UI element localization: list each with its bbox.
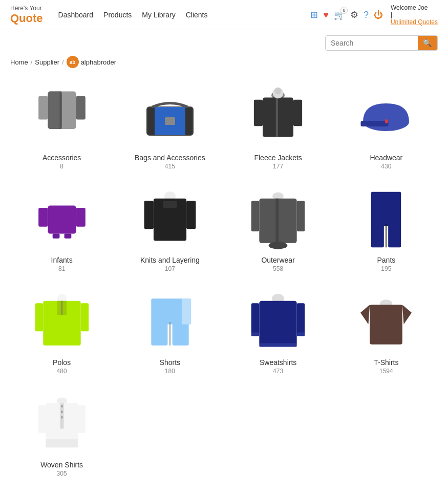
supplier-brand-icon: ab (67, 56, 79, 68)
svg-rect-53 (297, 303, 305, 334)
product-name: Outerwear (261, 256, 294, 264)
breadcrumb-home[interactable]: Home (10, 58, 28, 66)
svg-rect-55 (251, 332, 260, 336)
product-image (353, 84, 419, 151)
search-input[interactable] (326, 36, 418, 50)
svg-rect-27 (186, 201, 196, 229)
svg-rect-20 (38, 208, 48, 227)
product-name: Headwear (370, 154, 402, 162)
svg-rect-42 (80, 303, 89, 331)
pipe-separator: | (391, 11, 438, 18)
product-image (29, 84, 95, 151)
product-name: Sweatshirts (260, 358, 296, 367)
svg-rect-12 (293, 100, 302, 126)
svg-rect-22 (52, 234, 59, 239)
product-name: T-Shirts (374, 358, 398, 367)
help-icon-btn[interactable]: ? (364, 10, 369, 20)
grid-icon: ⊞ (310, 10, 318, 20)
grid-icon-btn[interactable]: ⊞ (310, 9, 318, 20)
search-bar: 🔍 (325, 35, 438, 51)
svg-rect-31 (251, 201, 260, 231)
svg-rect-26 (144, 201, 153, 229)
unlimited-quotes-link[interactable]: Unlimited Quotes (391, 18, 438, 26)
breadcrumb-supplier[interactable]: Supplier (35, 58, 59, 66)
product-name: Knits and Layering (140, 256, 200, 264)
product-name: Shorts (160, 358, 180, 367)
cart-icon-btn[interactable]: 🛒 0 (334, 9, 345, 20)
svg-rect-13 (276, 97, 278, 137)
product-count: 480 (57, 368, 67, 375)
nav-products[interactable]: Products (103, 11, 132, 19)
logo-quote: Quote (10, 12, 43, 25)
product-card[interactable]: Fleece Jackets177 (227, 78, 330, 176)
svg-rect-23 (64, 234, 71, 239)
product-image (353, 186, 419, 253)
svg-rect-58 (370, 305, 403, 344)
svg-rect-3 (76, 96, 85, 120)
heart-icon: ♥ (323, 10, 329, 20)
svg-rect-32 (297, 201, 305, 231)
svg-rect-41 (35, 303, 43, 331)
product-name: Infants (51, 256, 73, 264)
search-button[interactable]: 🔍 (418, 36, 437, 50)
product-card[interactable]: Sweatshirts473 (227, 283, 330, 380)
product-count: 558 (273, 265, 283, 272)
settings-icon: ⚙ (350, 10, 358, 20)
svg-rect-11 (254, 100, 263, 126)
product-card[interactable]: Accessories8 (10, 78, 113, 176)
svg-rect-52 (251, 303, 260, 334)
logout-icon-btn[interactable]: ⏻ (374, 10, 383, 20)
product-card[interactable]: Headwear430 (335, 78, 438, 176)
nav-dashboard[interactable]: Dashboard (58, 11, 94, 19)
product-image (29, 186, 95, 253)
cart-badge: 0 (340, 7, 348, 14)
product-image (353, 289, 419, 355)
svg-rect-35 (371, 192, 401, 226)
product-name: Pants (377, 256, 395, 264)
product-card[interactable]: Polos480 (10, 283, 113, 380)
product-card[interactable]: Outerwear558 (227, 181, 330, 278)
search-icon: 🔍 (423, 39, 432, 47)
product-count: 8 (60, 163, 63, 170)
product-count: 473 (273, 368, 283, 375)
product-card[interactable]: Woven Shirts305 (10, 385, 113, 483)
product-image (29, 289, 95, 355)
svg-rect-17 (361, 121, 389, 126)
svg-rect-4 (59, 92, 61, 129)
svg-rect-21 (76, 208, 85, 227)
product-card[interactable]: Pants195 (335, 181, 438, 278)
svg-rect-54 (259, 343, 296, 347)
heart-icon-btn[interactable]: ♥ (323, 10, 329, 20)
product-image (137, 289, 203, 355)
svg-rect-19 (48, 206, 76, 234)
product-card[interactable]: Knits and Layering107 (118, 181, 221, 278)
svg-rect-18 (386, 120, 388, 123)
svg-rect-48 (182, 298, 191, 324)
products-grid: Accessories8 Bags and Accessories415 Fle… (0, 73, 448, 488)
logout-icon: ⏻ (374, 10, 383, 20)
product-count: 1594 (379, 368, 393, 375)
product-name: Polos (53, 358, 71, 367)
svg-rect-8 (165, 117, 175, 125)
product-card[interactable]: Shorts180 (118, 283, 221, 380)
svg-rect-70 (46, 439, 78, 447)
svg-rect-51 (259, 301, 296, 346)
svg-point-15 (274, 88, 282, 95)
nav-clients[interactable]: Clients (186, 11, 208, 19)
settings-icon-btn[interactable]: ⚙ (350, 9, 358, 20)
logo-here: Here's Your (10, 5, 43, 12)
product-count: 195 (381, 265, 391, 272)
nav-library[interactable]: My Library (142, 11, 175, 19)
product-count: 177 (273, 163, 283, 170)
product-image (137, 186, 203, 253)
svg-point-34 (269, 242, 288, 249)
product-name: Accessories (42, 154, 81, 162)
product-card[interactable]: Infants81 (10, 181, 113, 278)
product-count: 107 (165, 265, 175, 272)
svg-rect-46 (151, 322, 167, 346)
svg-rect-33 (276, 199, 279, 243)
main-nav: Dashboard Products My Library Clients (58, 11, 311, 19)
product-card[interactable]: Bags and Accessories415 (118, 78, 221, 176)
breadcrumb-sep-2: / (62, 58, 64, 66)
product-card[interactable]: T-Shirts1594 (335, 283, 438, 380)
